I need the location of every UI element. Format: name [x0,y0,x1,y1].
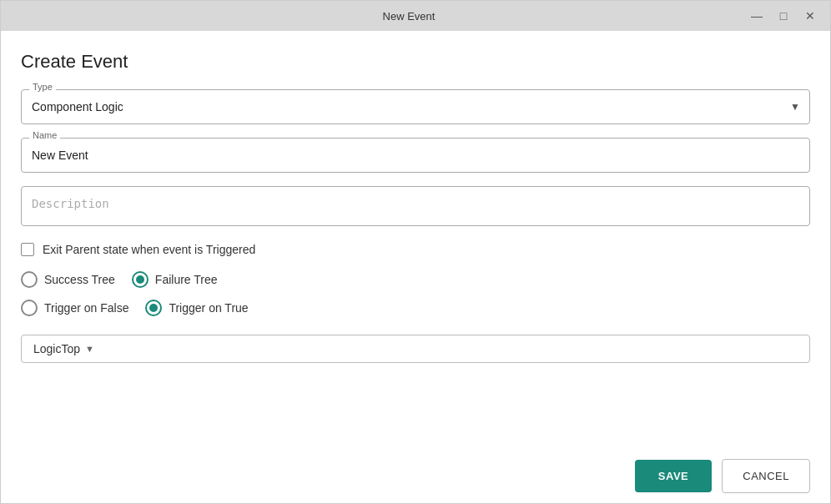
title-bar: New Event — □ ✕ [1,1,830,31]
name-label: Name [29,130,60,140]
success-tree-radio[interactable] [21,271,38,288]
dialog-footer: SAVE CANCEL [1,449,830,503]
type-label: Type [29,82,56,92]
trigger-true-radio[interactable] [145,300,162,316]
minimize-button[interactable]: — [747,6,767,26]
success-tree-label: Success Tree [44,273,115,286]
description-input[interactable] [21,186,810,226]
trigger-true-radio-item[interactable]: Trigger on True [145,300,248,316]
maximize-button[interactable]: □ [773,6,793,26]
trigger-false-label: Trigger on False [44,301,128,315]
failure-tree-radio-dot [136,275,144,284]
dialog-window: New Event — □ ✕ Create Event Type Compon… [0,0,831,504]
trigger-false-radio[interactable] [21,300,38,316]
close-button[interactable]: ✕ [800,6,820,26]
type-select[interactable]: Component Logic [21,89,810,124]
exit-parent-label: Exit Parent state when event is Triggere… [43,243,255,256]
window-controls: — □ ✕ [747,6,820,26]
page-title: Create Event [21,51,810,73]
success-tree-radio-item[interactable]: Success Tree [21,271,115,288]
type-field-group: Type Component Logic ▼ [21,89,810,124]
tree-radio-group: Success Tree Failure Tree [21,271,810,288]
exit-parent-checkbox-row: Exit Parent state when event is Triggere… [21,243,810,256]
name-input[interactable] [21,138,810,173]
form-content: Create Event Type Component Logic ▼ Name… [1,31,830,449]
trigger-radio-group: Trigger on False Trigger on True [21,300,810,316]
failure-tree-label: Failure Tree [155,273,218,286]
logic-top-label: LogicTop [33,342,80,355]
description-field-group [21,186,810,229]
trigger-true-label: Trigger on True [169,301,248,315]
name-field-group: Name [21,138,810,173]
save-button[interactable]: SAVE [635,460,712,492]
exit-parent-checkbox[interactable] [21,243,34,256]
logic-top-dropdown[interactable]: LogicTop ▼ [21,335,810,363]
type-select-wrapper: Component Logic ▼ [21,89,810,124]
failure-tree-radio-item[interactable]: Failure Tree [132,271,218,288]
logic-top-arrow-icon: ▼ [85,344,94,354]
trigger-true-radio-dot [149,304,158,312]
trigger-false-radio-item[interactable]: Trigger on False [21,300,128,316]
failure-tree-radio[interactable] [132,271,149,288]
window-title: New Event [71,10,747,23]
cancel-button[interactable]: CANCEL [722,459,810,493]
